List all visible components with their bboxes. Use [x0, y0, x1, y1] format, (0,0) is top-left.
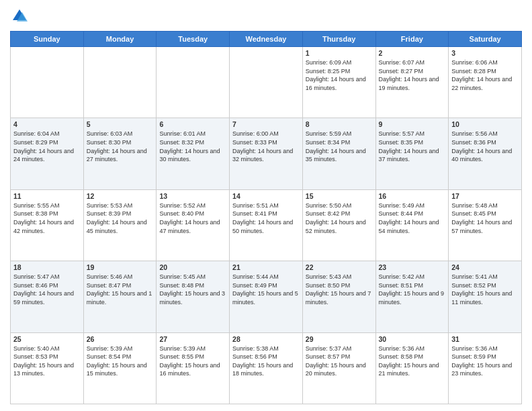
cell-content: Sunrise: 5:51 AMSunset: 8:41 PMDaylight:… [232, 201, 300, 235]
calendar-cell: 8Sunrise: 5:59 AMSunset: 8:34 PMDaylight… [302, 118, 375, 189]
calendar-cell: 10Sunrise: 5:56 AMSunset: 8:36 PMDayligh… [449, 118, 522, 189]
day-number: 24 [451, 263, 519, 271]
cell-content: Sunrise: 6:04 AMSunset: 8:29 PMDaylight:… [13, 130, 81, 163]
calendar-cell: 27Sunrise: 5:39 AMSunset: 8:55 PMDayligh… [157, 332, 230, 404]
calendar-cell: 25Sunrise: 5:40 AMSunset: 8:53 PMDayligh… [11, 332, 84, 404]
calendar-cell: 23Sunrise: 5:42 AMSunset: 8:51 PMDayligh… [375, 261, 449, 332]
cell-content: Sunrise: 6:01 AMSunset: 8:32 PMDaylight:… [159, 130, 226, 163]
logo-icon [10, 7, 29, 26]
cell-content: Sunrise: 6:03 AMSunset: 8:30 PMDaylight:… [87, 130, 154, 163]
calendar-cell: 2Sunrise: 6:07 AMSunset: 8:27 PMDaylight… [375, 47, 449, 118]
calendar-cell: 16Sunrise: 5:49 AMSunset: 8:44 PMDayligh… [375, 189, 449, 261]
day-number: 1 [306, 49, 373, 57]
cell-content: Sunrise: 5:40 AMSunset: 8:53 PMDaylight:… [13, 345, 81, 378]
day-number: 12 [87, 192, 154, 200]
calendar-cell: 15Sunrise: 5:50 AMSunset: 8:42 PMDayligh… [302, 189, 375, 261]
calendar-cell: 4Sunrise: 6:04 AMSunset: 8:29 PMDaylight… [11, 118, 84, 189]
calendar-cell: 28Sunrise: 5:38 AMSunset: 8:56 PMDayligh… [230, 332, 303, 404]
cell-content: Sunrise: 5:38 AMSunset: 8:56 PMDaylight:… [232, 345, 300, 378]
cell-content: Sunrise: 5:55 AMSunset: 8:38 PMDaylight:… [13, 201, 81, 235]
day-header-monday: Monday [83, 32, 157, 47]
calendar-cell: 29Sunrise: 5:37 AMSunset: 8:57 PMDayligh… [302, 332, 375, 404]
calendar-cell: 22Sunrise: 5:43 AMSunset: 8:50 PMDayligh… [302, 261, 375, 332]
calendar-cell [11, 47, 84, 118]
logo [10, 7, 32, 26]
calendar-cell: 9Sunrise: 5:57 AMSunset: 8:35 PMDaylight… [375, 118, 449, 189]
calendar-cell: 13Sunrise: 5:52 AMSunset: 8:40 PMDayligh… [157, 189, 230, 261]
day-number: 17 [451, 192, 519, 200]
calendar-cell: 17Sunrise: 5:48 AMSunset: 8:45 PMDayligh… [449, 189, 522, 261]
cell-content: Sunrise: 5:36 AMSunset: 8:58 PMDaylight:… [379, 345, 446, 378]
cell-content: Sunrise: 6:06 AMSunset: 8:28 PMDaylight:… [451, 58, 519, 92]
cell-content: Sunrise: 6:07 AMSunset: 8:27 PMDaylight:… [379, 58, 446, 92]
cell-content: Sunrise: 5:52 AMSunset: 8:40 PMDaylight:… [159, 201, 226, 235]
cell-content: Sunrise: 5:48 AMSunset: 8:45 PMDaylight:… [451, 201, 519, 235]
calendar-cell: 6Sunrise: 6:01 AMSunset: 8:32 PMDaylight… [157, 118, 230, 189]
cell-content: Sunrise: 5:56 AMSunset: 8:36 PMDaylight:… [451, 130, 519, 163]
day-number: 8 [306, 120, 373, 128]
calendar-cell: 21Sunrise: 5:44 AMSunset: 8:49 PMDayligh… [230, 261, 303, 332]
cell-content: Sunrise: 5:49 AMSunset: 8:44 PMDaylight:… [379, 201, 446, 235]
cell-content: Sunrise: 5:47 AMSunset: 8:46 PMDaylight:… [13, 273, 81, 306]
day-number: 14 [232, 192, 300, 200]
calendar-cell [157, 47, 230, 118]
day-number: 3 [451, 49, 519, 57]
calendar-cell: 5Sunrise: 6:03 AMSunset: 8:30 PMDaylight… [83, 118, 157, 189]
day-number: 27 [159, 335, 226, 343]
day-header-tuesday: Tuesday [157, 32, 230, 47]
day-number: 21 [232, 263, 300, 271]
calendar-cell: 24Sunrise: 5:41 AMSunset: 8:52 PMDayligh… [449, 261, 522, 332]
calendar-cell: 26Sunrise: 5:39 AMSunset: 8:54 PMDayligh… [83, 332, 157, 404]
day-number: 11 [13, 192, 81, 200]
cell-content: Sunrise: 5:41 AMSunset: 8:52 PMDaylight:… [451, 273, 519, 306]
day-header-friday: Friday [375, 32, 449, 47]
calendar-cell: 14Sunrise: 5:51 AMSunset: 8:41 PMDayligh… [230, 189, 303, 261]
day-number: 31 [451, 335, 519, 343]
cell-content: Sunrise: 6:09 AMSunset: 8:25 PMDaylight:… [306, 58, 373, 92]
cell-content: Sunrise: 6:00 AMSunset: 8:33 PMDaylight:… [232, 130, 300, 163]
cell-content: Sunrise: 5:39 AMSunset: 8:55 PMDaylight:… [159, 345, 226, 378]
cell-content: Sunrise: 5:53 AMSunset: 8:39 PMDaylight:… [87, 201, 154, 235]
calendar-cell: 19Sunrise: 5:46 AMSunset: 8:47 PMDayligh… [83, 261, 157, 332]
calendar-cell: 18Sunrise: 5:47 AMSunset: 8:46 PMDayligh… [11, 261, 84, 332]
day-number: 22 [306, 263, 373, 271]
day-number: 23 [379, 263, 446, 271]
calendar-cell: 20Sunrise: 5:45 AMSunset: 8:48 PMDayligh… [157, 261, 230, 332]
calendar-cell: 31Sunrise: 5:36 AMSunset: 8:59 PMDayligh… [449, 332, 522, 404]
calendar-cell: 3Sunrise: 6:06 AMSunset: 8:28 PMDaylight… [449, 47, 522, 118]
day-number: 4 [13, 120, 81, 128]
day-number: 20 [159, 263, 226, 271]
day-number: 26 [87, 335, 154, 343]
day-number: 5 [87, 120, 154, 128]
cell-content: Sunrise: 5:57 AMSunset: 8:35 PMDaylight:… [379, 130, 446, 163]
day-number: 7 [232, 120, 300, 128]
cell-content: Sunrise: 5:42 AMSunset: 8:51 PMDaylight:… [379, 273, 446, 306]
day-number: 2 [379, 49, 446, 57]
calendar-cell: 12Sunrise: 5:53 AMSunset: 8:39 PMDayligh… [83, 189, 157, 261]
calendar-cell [83, 47, 157, 118]
cell-content: Sunrise: 5:59 AMSunset: 8:34 PMDaylight:… [306, 130, 373, 163]
day-number: 28 [232, 335, 300, 343]
calendar-cell: 30Sunrise: 5:36 AMSunset: 8:58 PMDayligh… [375, 332, 449, 404]
calendar-cell [230, 47, 303, 118]
cell-content: Sunrise: 5:36 AMSunset: 8:59 PMDaylight:… [451, 345, 519, 378]
calendar-cell: 11Sunrise: 5:55 AMSunset: 8:38 PMDayligh… [11, 189, 84, 261]
day-number: 25 [13, 335, 81, 343]
day-number: 13 [159, 192, 226, 200]
header [10, 7, 522, 26]
cell-content: Sunrise: 5:44 AMSunset: 8:49 PMDaylight:… [232, 273, 300, 306]
day-header-saturday: Saturday [449, 32, 522, 47]
calendar-table: SundayMondayTuesdayWednesdayThursdayFrid… [10, 31, 522, 404]
day-number: 18 [13, 263, 81, 271]
day-number: 29 [306, 335, 373, 343]
day-number: 30 [379, 335, 446, 343]
day-number: 16 [379, 192, 446, 200]
day-header-thursday: Thursday [302, 32, 375, 47]
calendar-cell: 1Sunrise: 6:09 AMSunset: 8:25 PMDaylight… [302, 47, 375, 118]
cell-content: Sunrise: 5:37 AMSunset: 8:57 PMDaylight:… [306, 345, 373, 378]
day-header-wednesday: Wednesday [230, 32, 303, 47]
cell-content: Sunrise: 5:43 AMSunset: 8:50 PMDaylight:… [306, 273, 373, 306]
cell-content: Sunrise: 5:50 AMSunset: 8:42 PMDaylight:… [306, 201, 373, 235]
cell-content: Sunrise: 5:39 AMSunset: 8:54 PMDaylight:… [87, 345, 154, 378]
page: SundayMondayTuesdayWednesdayThursdayFrid… [0, 0, 532, 411]
